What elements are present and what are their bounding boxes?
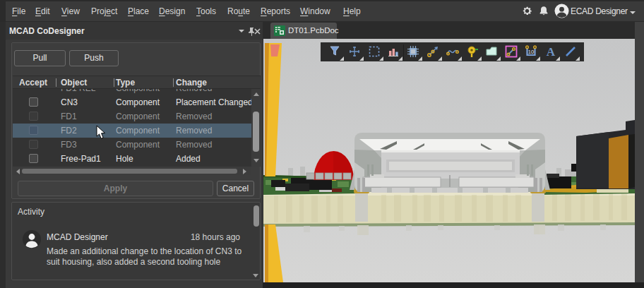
svg-text:A: A [547,45,556,58]
svg-text:10: 10 [528,49,534,55]
